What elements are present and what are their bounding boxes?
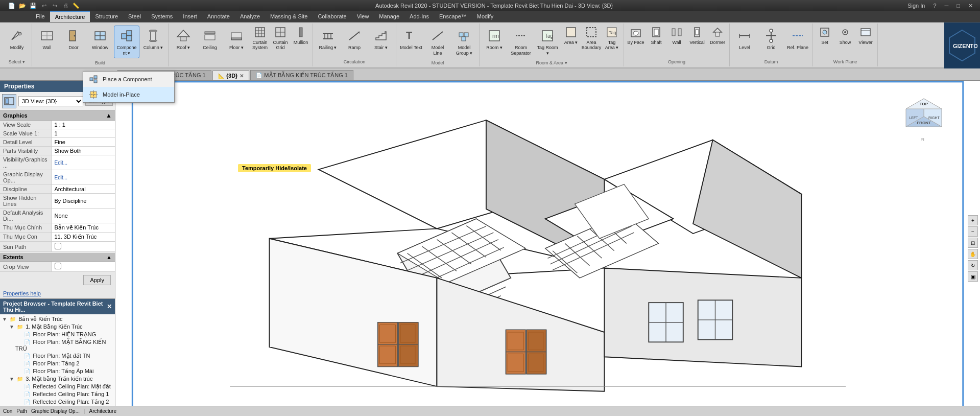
tab-modify[interactable]: Modify — [472, 11, 498, 22]
tab-annotate[interactable]: Annotate — [202, 11, 235, 22]
tab-insert[interactable]: Insert — [178, 11, 202, 22]
prop-value-sun-path[interactable] — [51, 242, 115, 252]
prop-value-crop-view[interactable] — [51, 262, 115, 272]
tag-area-button[interactable]: Tag Tag Area ▾ — [602, 26, 622, 51]
view-tab-mat-bang[interactable]: 📄 MẶT BẰNG KIẾN TRÚC TẦNG 1 — [250, 70, 353, 80]
area-boundary-button[interactable]: Area Boundary — [582, 26, 601, 51]
viewer-button[interactable]: Viewer — [856, 26, 875, 46]
properties-help-link[interactable]: Properties help — [0, 288, 115, 298]
open-btn[interactable]: 📂 — [18, 1, 27, 10]
tab-view[interactable]: View — [352, 11, 374, 22]
type-dropdown[interactable]: 3D View: {3D} — [18, 96, 83, 106]
tree-item-tang-2[interactable]: 📄 Floor Plan: Tầng 2 — [1, 360, 114, 367]
pan-btn[interactable]: ✋ — [968, 249, 978, 259]
area-button[interactable]: Area ▾ — [561, 26, 581, 46]
wall-button[interactable]: Wall — [34, 26, 60, 56]
wall-opening-button[interactable]: Wall — [667, 26, 686, 46]
pb-close-btn[interactable]: ✕ — [107, 303, 112, 310]
grid-button[interactable]: Grid — [758, 26, 784, 56]
model-line-button[interactable]: Model Line — [425, 26, 450, 58]
curtain-system-button[interactable]: Curtain System — [250, 26, 270, 51]
prop-value-scale-value[interactable]: 1 — [51, 129, 115, 138]
tab-structure[interactable]: Structure — [90, 11, 123, 22]
ceiling-button[interactable]: Ceiling — [197, 26, 223, 56]
level-button[interactable]: Level — [732, 26, 757, 56]
roof-button[interactable]: Roof ▾ — [171, 26, 196, 56]
ref-plane-button[interactable]: Ref. Plane — [785, 26, 810, 56]
room-separator-button[interactable]: Room Separator — [508, 26, 534, 58]
viewport[interactable]: Temporarily Hide/Isolate — [115, 81, 980, 416]
column-button[interactable]: Column ▾ — [140, 26, 166, 56]
prop-value-thu-muc-con[interactable]: 11. 3D Kiến Trúc — [51, 233, 115, 242]
tab-file[interactable]: File — [31, 11, 50, 22]
model-text-button[interactable]: T Model Text — [398, 26, 424, 56]
view-cube[interactable]: N TOP RIGHT LEFT FRONT — [898, 91, 949, 142]
prop-value-detail-level[interactable]: Fine — [51, 138, 115, 147]
section-box-btn[interactable]: ▣ — [968, 271, 978, 282]
shaft-button[interactable]: Shaft — [647, 26, 666, 46]
tab-enscape[interactable]: Enscape™ — [434, 11, 472, 22]
prop-value-hidden-lines[interactable]: By Discipline — [51, 194, 115, 209]
railing-button[interactable]: Railing ▾ — [315, 26, 341, 56]
prop-value-thu-muc-chinh[interactable]: Bản vẽ Kiến Trúc — [51, 223, 115, 233]
floor-button[interactable]: Floor ▾ — [224, 26, 249, 56]
zoom-out-btn[interactable]: − — [968, 226, 978, 237]
sign-in-btn[interactable]: Sign In — [904, 3, 928, 9]
tree-item-ban-ve[interactable]: ▼ 📁 Bản vẽ Kiến Trúc — [1, 315, 114, 323]
tree-item-mat-bang[interactable]: ▼ 📁 1. Mặt Bằng Kiến Trúc — [1, 323, 114, 331]
maximize-btn[interactable]: □ — [953, 3, 963, 9]
place-component-item[interactable]: Place a Component — [83, 72, 174, 87]
graphics-expand[interactable]: ▲ — [106, 112, 112, 119]
tag-room-button[interactable]: Tag Tag Room ▾ — [535, 26, 560, 58]
component-button[interactable]: Component ▾ — [114, 26, 139, 58]
set-button[interactable]: Set — [815, 26, 834, 46]
orbit-btn[interactable]: ↻ — [968, 260, 978, 270]
window-button[interactable]: Window — [87, 26, 113, 56]
undo-btn[interactable]: ↩ — [39, 1, 49, 10]
modify-button[interactable]: Modify — [4, 26, 30, 56]
tree-item-mat-bang-kien-truc[interactable]: 📄 Floor Plan: MẶT BẰNG KIẾN TRÚ — [1, 338, 114, 352]
zoom-in-btn[interactable]: + — [968, 215, 978, 225]
mullion-button[interactable]: Mullion — [291, 26, 310, 46]
ramp-button[interactable]: Ramp — [342, 26, 367, 56]
apply-button[interactable]: Apply — [83, 275, 111, 285]
sun-path-checkbox[interactable] — [55, 243, 61, 249]
tab-steel[interactable]: Steel — [123, 11, 146, 22]
show-button[interactable]: Show — [835, 26, 855, 46]
tab-manage[interactable]: Manage — [374, 11, 404, 22]
tab-architecture[interactable]: Architecture — [50, 11, 90, 22]
tree-item-tran-kien-truc[interactable]: ▼ 📁 3. Mặt bằng Trần kiến trúc — [1, 375, 114, 383]
tab-analyze[interactable]: Analyze — [235, 11, 265, 22]
redo-btn[interactable]: ↪ — [50, 1, 59, 10]
dormer-button[interactable]: Dormer — [708, 26, 727, 46]
tab-systems[interactable]: Systems — [146, 11, 178, 22]
prop-value-discipline[interactable]: Architectural — [51, 185, 115, 194]
tab-collaborate[interactable]: Collaborate — [313, 11, 351, 22]
stair-button[interactable]: Stair ▾ — [368, 26, 394, 56]
model-group-button[interactable]: Model Group ▾ — [451, 26, 477, 58]
tab-massing[interactable]: Massing & Site — [265, 11, 313, 22]
prop-value-view-scale[interactable]: 1 : 1 — [51, 121, 115, 129]
view-tab-3d[interactable]: 📐 {3D} ✕ — [212, 71, 250, 80]
tree-item-rcp-mat-dat[interactable]: 📄 Reflected Ceiling Plan: Mặt đất — [1, 383, 114, 390]
tree-item-rcp-tang-1[interactable]: 📄 Reflected Ceiling Plan: Tầng 1 — [1, 390, 114, 398]
minimize-btn[interactable]: ─ — [942, 3, 952, 9]
door-button[interactable]: Door — [61, 26, 86, 56]
help-btn[interactable]: ? — [930, 3, 939, 9]
prop-value-parts-visibility[interactable]: Show Both — [51, 147, 115, 155]
curtain-grid-button[interactable]: Curtain Grid — [271, 26, 290, 51]
by-face-button[interactable]: By Face — [626, 26, 646, 46]
room-button[interactable]: rm Room ▾ — [482, 26, 507, 56]
prop-value-visibility[interactable]: Edit... — [51, 155, 115, 170]
prop-value-graphic-display[interactable]: Edit... — [51, 170, 115, 185]
tree-item-mat-dat[interactable]: 📄 Floor Plan: Mặt đất TN — [1, 352, 114, 360]
zoom-fit-btn[interactable]: ⊡ — [968, 238, 978, 248]
save-btn[interactable]: 💾 — [29, 1, 38, 10]
tab-3d-close[interactable]: ✕ — [240, 73, 244, 79]
print-btn[interactable]: 🖨 — [61, 1, 70, 10]
tree-item-tang-ap-mai[interactable]: 📄 Floor Plan: Tầng Áp Mái — [1, 367, 114, 375]
vertical-button[interactable]: Vertical — [687, 26, 707, 46]
tab-addins[interactable]: Add-Ins — [404, 11, 434, 22]
new-btn[interactable]: 📄 — [7, 1, 16, 10]
model-in-place-item[interactable]: Model in-Place — [83, 87, 174, 102]
